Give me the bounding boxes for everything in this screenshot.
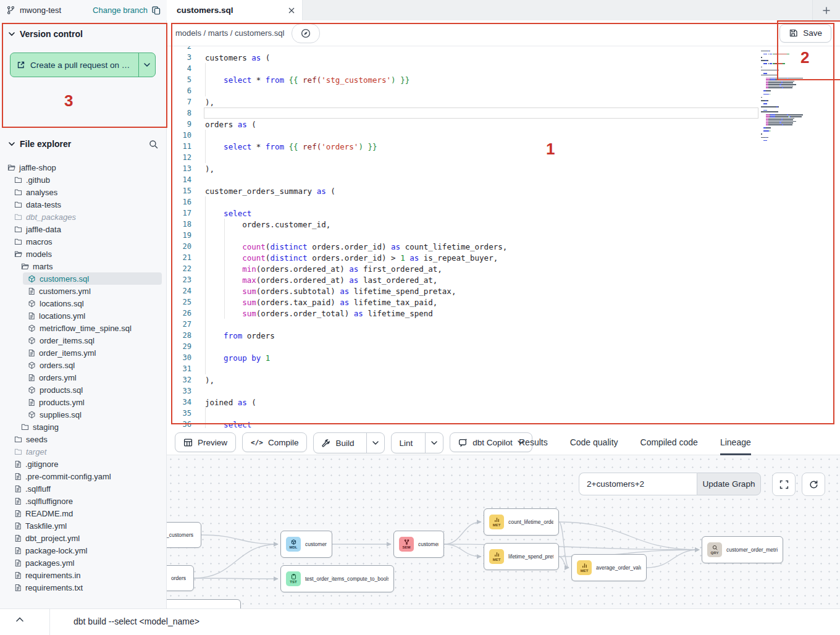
tree-item-requirements-in[interactable]: requirements.in [0, 569, 167, 581]
tree-item-taskfile-yml[interactable]: Taskfile.yml [0, 519, 167, 532]
tree-item-supplies-sql[interactable]: supplies.sql [0, 408, 167, 421]
code-line[interactable]: 11 select * from {{ ref('orders') }} [167, 141, 840, 152]
build-button[interactable]: Build [314, 433, 361, 453]
code-line[interactable]: 33 [167, 385, 840, 397]
code-line[interactable]: 28 from orders [167, 330, 840, 341]
version-control-header[interactable]: Version control [0, 29, 167, 39]
tab-compiled-code[interactable]: Compiled code [640, 429, 698, 455]
tree-item--pre-commit-config-yaml[interactable]: .pre-commit-config.yaml [0, 470, 167, 482]
lineage-node-customers_sem[interactable]: SEMcustomers [393, 531, 444, 558]
code-line[interactable]: 21 count(distinct orders.order_id) > 1 a… [167, 252, 840, 263]
lineage-node-customers_mdl[interactable]: MDLcustomers [280, 531, 332, 558]
tree-item-customers-sql[interactable]: customers.sql [23, 272, 162, 285]
tree-item--gitignore[interactable]: .gitignore [0, 458, 167, 470]
tree-item-target[interactable]: target [0, 445, 167, 458]
tree-item--github[interactable]: .github [0, 174, 167, 186]
fullscreen-button[interactable] [772, 473, 796, 496]
code-line[interactable]: 10 [167, 130, 840, 141]
code-line[interactable]: 27 [167, 319, 840, 330]
search-icon[interactable] [149, 140, 158, 149]
tree-item-customers-yml[interactable]: customers.yml [0, 285, 167, 297]
tree-item-jaffle-data[interactable]: jaffle-data [0, 223, 167, 235]
tree-item-models[interactable]: models [0, 248, 167, 260]
tree-item-readme-md[interactable]: README.md [0, 507, 167, 519]
code-line[interactable]: 3customers as ( [167, 52, 840, 63]
code-line[interactable]: 5 select * from {{ ref('stg_customers') … [167, 74, 840, 85]
change-branch-link[interactable]: Change branch [93, 6, 148, 15]
tab-code-quality[interactable]: Code quality [570, 429, 618, 455]
tree-item-staging[interactable]: staging [0, 421, 167, 433]
new-tab-button[interactable] [812, 0, 840, 20]
code-line[interactable]: 23 max(orders.ordered_at) as last_ordere… [167, 274, 840, 285]
minimap[interactable] [761, 49, 815, 141]
code-line[interactable]: 2 [167, 46, 840, 52]
file-explorer-header[interactable]: File explorer [0, 139, 167, 149]
lint-button[interactable]: Lint [392, 433, 420, 453]
code-line[interactable]: 19 [167, 230, 840, 241]
tree-item--sqlfluffignore[interactable]: .sqlfluffignore [0, 495, 167, 507]
code-line[interactable]: 7), [167, 96, 840, 107]
lineage-filter-input[interactable] [579, 473, 697, 495]
tree-item-dbt-packages[interactable]: dbt_packages [0, 211, 167, 223]
tree-item-order-items-sql[interactable]: order_items.sql [0, 334, 167, 347]
code-line[interactable]: 15customer_orders_summary as ( [167, 185, 840, 196]
close-tab-icon[interactable] [288, 7, 295, 14]
lineage-node-customer_order_metrics[interactable]: QRYcustomer_order_metrics [702, 536, 783, 563]
code-editor[interactable]: 23customers as (45 select * from {{ ref(… [167, 46, 840, 429]
copy-icon[interactable] [152, 6, 161, 15]
tree-item-products-yml[interactable]: products.yml [0, 396, 167, 408]
code-line[interactable]: 30 group by 1 [167, 352, 840, 363]
code-line[interactable]: 17 select [167, 208, 840, 219]
code-line[interactable]: 8 [167, 107, 840, 119]
code-line[interactable]: 34joined as ( [167, 397, 840, 408]
tree-item-requirements-txt[interactable]: requirements.txt [0, 581, 167, 594]
tree-item-metricflow-time-spine-sql[interactable]: metricflow_time_spine.sql [0, 322, 167, 334]
lint-dropdown[interactable] [425, 433, 443, 453]
tree-item-dbt-project-yml[interactable]: dbt_project.yml [0, 532, 167, 544]
tree-item-analyses[interactable]: analyses [0, 186, 167, 198]
tab-results[interactable]: Results [519, 429, 548, 455]
tree-item-packages-yml[interactable]: packages.yml [0, 557, 167, 569]
code-line[interactable]: 32), [167, 374, 840, 385]
cli-command[interactable]: dbt build --select <model_name> [74, 616, 200, 626]
code-line[interactable]: 24 sum(orders.subtotal) as lifetime_spen… [167, 285, 840, 296]
build-dropdown[interactable] [366, 433, 384, 453]
tree-item-orders-sql[interactable]: orders.sql [0, 359, 167, 371]
tree-item-locations-yml[interactable]: locations.yml [0, 309, 167, 322]
code-line[interactable]: 18 orders.customer_id, [167, 219, 840, 230]
update-graph-button[interactable]: Update Graph [697, 473, 761, 495]
code-line[interactable]: 35 [167, 408, 840, 419]
refresh-button[interactable] [802, 473, 825, 496]
code-line[interactable]: 14 [167, 174, 840, 185]
lineage-panel[interactable]: stg_customersordersMDLcustomersTSTtest_o… [167, 455, 840, 608]
tree-item-package-lock-yml[interactable]: package-lock.yml [0, 544, 167, 557]
tab-customers-sql[interactable]: customers.sql [167, 0, 303, 20]
tree-item-data-tests[interactable]: data-tests [0, 198, 167, 211]
tree-item-orders-yml[interactable]: orders.yml [0, 371, 167, 384]
code-line[interactable]: 31 [167, 363, 840, 374]
lineage-node-partial[interactable] [167, 599, 241, 608]
tree-item-jaffle-shop[interactable]: jaffle-shop [0, 161, 167, 174]
code-line[interactable]: 4 [167, 63, 840, 74]
code-line[interactable]: 22 min(orders.ordered_at) as first_order… [167, 263, 840, 274]
create-pr-main[interactable]: Create a pull request on Git… [10, 53, 138, 77]
lineage-node-lifetime_spend_pretax[interactable]: METlifetime_spend_pretax [484, 543, 559, 570]
tree-item-order-items-yml[interactable]: order_items.yml [0, 347, 167, 359]
preview-button[interactable]: Preview [175, 432, 236, 452]
code-line[interactable]: 9orders as ( [167, 119, 840, 130]
tree-item--sqlfluff[interactable]: .sqlfluff [0, 482, 167, 495]
chevron-up-icon[interactable] [16, 617, 23, 622]
code-line[interactable]: 26 sum(orders.order_total) as lifetime_s… [167, 308, 840, 319]
code-line[interactable]: 16 [167, 196, 840, 208]
create-pr-button[interactable]: Create a pull request on Git… [10, 53, 156, 77]
lineage-node-orders[interactable]: orders [167, 565, 194, 591]
code-line[interactable]: 13), [167, 163, 840, 174]
tree-item-seeds[interactable]: seeds [0, 433, 167, 445]
compile-button[interactable]: </> Compile [242, 432, 307, 452]
tree-item-products-sql[interactable]: products.sql [0, 384, 167, 396]
code-line[interactable]: 20 count(distinct orders.order_id) as co… [167, 241, 840, 252]
lineage-node-stg_customers[interactable]: stg_customers [167, 522, 201, 548]
code-line[interactable]: 6 [167, 85, 840, 96]
tree-item-locations-sql[interactable]: locations.sql [0, 297, 167, 309]
lineage-node-test_bools[interactable]: TSTtest_order_items_compute_to_bools… [280, 565, 394, 592]
